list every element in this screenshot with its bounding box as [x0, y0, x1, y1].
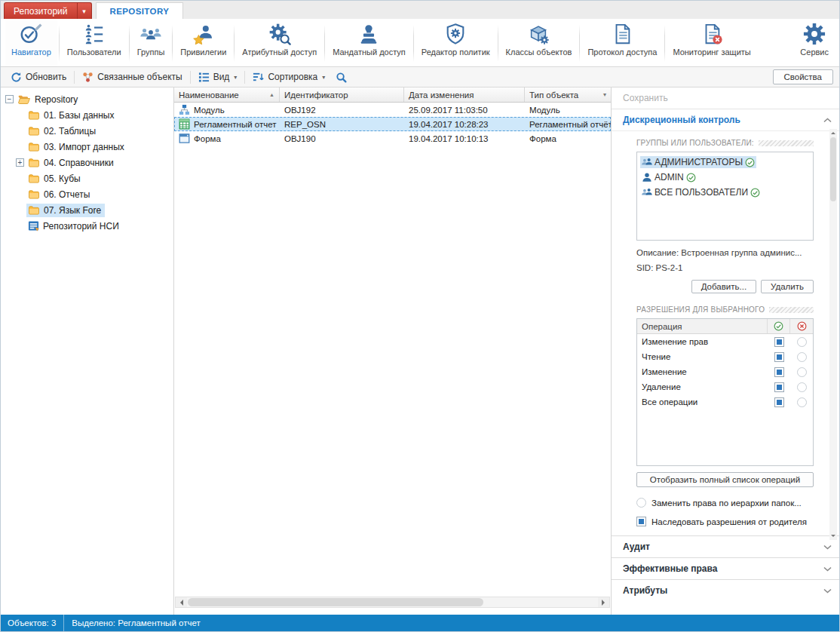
principal-item[interactable]: ВСЕ ПОЛЬЗОВАТЕЛИ [639, 185, 811, 200]
ribbon-item-mandatory-access[interactable]: Мандатный доступ [326, 20, 412, 66]
section-header-audit[interactable]: Аудит [612, 535, 839, 557]
chevron-down-icon[interactable] [823, 566, 832, 572]
chevron-down-icon[interactable] [823, 588, 832, 594]
replace-rights-label: Заменить права по иерархии папок... [651, 499, 802, 508]
deny-checkbox[interactable] [797, 367, 807, 377]
scroll-right-button[interactable] [598, 597, 609, 607]
principal-item[interactable]: ADMIN [639, 170, 811, 185]
chevron-down-icon[interactable] [823, 545, 832, 550]
column-header-modified[interactable]: Дата изменения [404, 87, 525, 102]
deny-checkbox[interactable] [797, 397, 807, 407]
tree-item[interactable]: 03. Импорт данных [1, 139, 173, 155]
permissions-label: РАЗРЕШЕНИЯ ДЛЯ ВЫБРАННОГО [636, 305, 765, 314]
column-label: Идентификатор [284, 91, 348, 100]
tree-item-root[interactable]: − Repository [1, 91, 173, 107]
refresh-button[interactable]: Обновить [5, 69, 72, 85]
tree-item[interactable]: 05. Кубы [1, 170, 173, 186]
tree-item[interactable]: 01. Базы данных [1, 107, 173, 123]
allow-checkbox[interactable] [774, 397, 784, 407]
sort-asc-icon: ▲ [269, 92, 274, 97]
toolbar-separator [244, 71, 245, 84]
ribbon-item-privileges[interactable]: Привилегии [174, 20, 232, 66]
tree-item[interactable]: 07. Язык Fore [1, 202, 173, 218]
deny-checkbox[interactable] [797, 352, 807, 362]
column-label: Тип объекта [529, 91, 578, 100]
table-row[interactable]: Форма OBJ190 19.04.2017 10:10:13 Форма [174, 131, 611, 146]
permission-row: Удаление [637, 379, 813, 394]
scrollbar-thumb[interactable] [830, 137, 836, 201]
deny-checkbox[interactable] [797, 337, 807, 347]
sort-menu-button[interactable]: Сортировка ▾ [247, 69, 330, 85]
vertical-scrollbar[interactable] [829, 129, 837, 540]
show-all-operations-button[interactable]: Отобразить полный список операций [636, 472, 814, 487]
expand-expander-icon[interactable]: + [16, 158, 24, 167]
tab-repository[interactable]: REPOSITORY [96, 2, 184, 19]
ribbon-item-object-classes[interactable]: Классы объектов [500, 20, 578, 66]
allow-checkbox[interactable] [774, 382, 784, 392]
allow-column-header [768, 319, 790, 333]
object-type: Регламентный отчёт [525, 117, 611, 131]
allow-checkbox[interactable] [774, 367, 784, 377]
scroll-up-button[interactable] [829, 129, 837, 137]
ribbon-item-navigator[interactable]: Навигатор [5, 20, 57, 66]
ribbon-item-users[interactable]: Пользователи [61, 20, 127, 66]
add-button[interactable]: Добавить... [691, 280, 756, 293]
replace-rights-checkbox[interactable] [636, 498, 646, 508]
allow-checkbox[interactable] [774, 352, 784, 362]
security-monitoring-icon [701, 23, 723, 45]
ribbon-item-groups[interactable]: Группы [131, 20, 171, 66]
properties-button[interactable]: Свойства [773, 69, 834, 84]
principals-listbox[interactable]: АДМИНИСТРАТОРЫ ADMIN [636, 152, 814, 241]
search-button[interactable] [330, 69, 352, 85]
permissions-table: Операция Изменение прав [636, 318, 814, 466]
deny-checkbox[interactable] [797, 382, 807, 392]
principal-description: Описание: Встроенная группа админис... [636, 248, 814, 257]
section-header-discretionary[interactable]: Дискреционный контроль [612, 109, 839, 131]
tree-selection-highlight: 07. Язык Fore [26, 204, 105, 217]
tree-item-label: Репозиторий НСИ [43, 221, 119, 232]
table-row-selected[interactable]: Регламентный отчет REP_OSN 19.04.2017 10… [174, 117, 611, 131]
ribbon-item-service[interactable]: Сервис [794, 20, 835, 66]
ribbon-item-attribute-access[interactable]: Атрибутный доступ [236, 20, 323, 66]
horizontal-scrollbar[interactable] [175, 597, 610, 608]
column-header-name[interactable]: Наименование ▲ [174, 87, 280, 102]
view-menu-button[interactable]: Вид ▾ [193, 69, 243, 85]
scrollbar-thumb[interactable] [188, 598, 483, 606]
collapse-expander-icon[interactable]: − [5, 95, 14, 103]
scroll-right-icon [602, 600, 608, 606]
ribbon-item-label: Атрибутный доступ [242, 48, 317, 57]
mandatory-access-icon [357, 23, 380, 45]
object-toolbar: Обновить Связанные объекты Вид ▾ Со [1, 67, 839, 87]
section-header-effective-rights[interactable]: Эффективные права [612, 557, 839, 579]
tree-item[interactable]: 06. Отчеты [1, 186, 173, 202]
tree-item[interactable]: Репозиторий НСИ [1, 218, 173, 234]
filter-caret-icon[interactable]: ▾ [603, 91, 606, 98]
caret-down-icon[interactable]: ▾ [78, 8, 91, 15]
ribbon-item-policy-editor[interactable]: Редактор политик [415, 20, 496, 66]
scroll-down-button[interactable] [829, 532, 837, 540]
related-objects-button[interactable]: Связанные объекты [77, 69, 187, 85]
column-header-type[interactable]: Тип объекта ▾ [525, 87, 611, 102]
save-button[interactable]: Сохранить [612, 87, 839, 109]
scroll-left-button[interactable] [176, 597, 187, 607]
delete-button[interactable]: Удалить [761, 280, 814, 293]
search-icon [336, 72, 347, 83]
principal-item[interactable]: АДМИНИСТРАТОРЫ [639, 155, 811, 170]
scrollbar-track[interactable] [187, 597, 598, 607]
ribbon-item-access-log[interactable]: Протокол доступа [581, 20, 663, 66]
inherit-permissions-checkbox[interactable] [636, 517, 646, 526]
column-header-identifier[interactable]: Идентификатор [280, 87, 404, 102]
tree-item[interactable]: + 04. Справочники [1, 155, 173, 170]
related-objects-icon [82, 72, 94, 83]
folder-icon [28, 110, 40, 120]
allow-checkbox[interactable] [774, 337, 784, 347]
table-row[interactable]: Модуль OBJ192 25.09.2017 11:03:50 Модуль [174, 103, 611, 117]
tree-item[interactable]: 02. Таблицы [1, 123, 173, 139]
chevron-up-icon[interactable] [823, 118, 832, 123]
folder-icon [28, 173, 40, 183]
section-header-attributes[interactable]: Атрибуты [612, 579, 839, 601]
section-title: Дискреционный контроль [623, 115, 740, 125]
repository-menu-button[interactable]: Репозиторий ▾ [4, 2, 92, 19]
form-icon [179, 133, 190, 144]
ribbon-item-security-monitoring[interactable]: Мониторинг защиты [667, 20, 756, 66]
